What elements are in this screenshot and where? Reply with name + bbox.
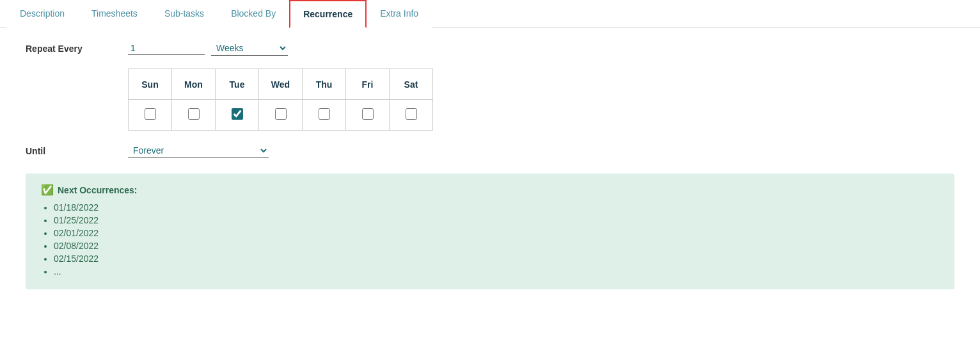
day-cell-fri (346, 100, 390, 131)
day-checkbox-row (129, 100, 433, 131)
day-header-mon: Mon (172, 69, 216, 100)
occurrence-item: 02/01/2022 (54, 228, 939, 238)
tab-subtasks[interactable]: Sub-tasks (151, 0, 217, 28)
day-cell-sun (129, 100, 172, 131)
tab-description[interactable]: Description (6, 0, 78, 28)
occurrence-item: 01/25/2022 (54, 215, 939, 225)
checkbox-thu[interactable] (319, 108, 330, 120)
tab-timesheets[interactable]: Timesheets (78, 0, 151, 28)
tab-recurrence[interactable]: Recurrence (289, 0, 367, 28)
repeat-every-input[interactable] (128, 42, 205, 55)
checkbox-wed[interactable] (275, 108, 287, 120)
day-cell-tue (216, 100, 259, 131)
day-picker-table: Sun Mon Tue Wed Thu Fri Sat (128, 69, 433, 131)
repeat-every-label: Repeat Every (26, 44, 128, 54)
occurrences-header-text: Next Occurrences: (58, 185, 138, 195)
day-cell-sat (390, 100, 433, 131)
check-circle-icon: ✅ (41, 184, 54, 196)
checkbox-sat[interactable] (406, 108, 417, 120)
occurrences-box: ✅ Next Occurrences: 01/18/2022 01/25/202… (26, 173, 954, 289)
tab-blocked-by[interactable]: Blocked By (217, 0, 289, 28)
checkbox-tue[interactable] (232, 108, 243, 120)
occurrences-list: 01/18/2022 01/25/2022 02/01/2022 02/08/2… (41, 202, 939, 277)
day-header-sat: Sat (390, 69, 433, 100)
recurrence-content: Repeat Every Days Weeks Months Years Sun… (0, 28, 980, 302)
until-row: Until Forever End Date Number of Repetit… (26, 143, 954, 158)
day-header-thu: Thu (303, 69, 346, 100)
day-header-sun: Sun (129, 69, 172, 100)
day-header-wed: Wed (259, 69, 303, 100)
day-cell-thu (303, 100, 346, 131)
day-header-fri: Fri (346, 69, 390, 100)
repeat-every-row: Repeat Every Days Weeks Months Years (26, 41, 954, 56)
day-header-tue: Tue (216, 69, 259, 100)
occurrence-item: 02/15/2022 (54, 254, 939, 264)
repeat-every-controls: Days Weeks Months Years (128, 41, 288, 56)
until-label: Until (26, 146, 128, 156)
day-cell-mon (172, 100, 216, 131)
day-cell-wed (259, 100, 303, 131)
checkbox-fri[interactable] (362, 108, 374, 120)
day-header-row: Sun Mon Tue Wed Thu Fri Sat (129, 69, 433, 100)
checkbox-mon[interactable] (188, 108, 200, 120)
occurrence-item: 02/08/2022 (54, 241, 939, 251)
tab-bar: Description Timesheets Sub-tasks Blocked… (0, 0, 980, 28)
repeat-period-select[interactable]: Days Weeks Months Years (211, 41, 288, 56)
occurrence-item-ellipsis: ... (54, 266, 939, 277)
occurrence-item: 01/18/2022 (54, 202, 939, 213)
until-select[interactable]: Forever End Date Number of Repetitions (128, 143, 269, 158)
checkbox-sun[interactable] (145, 108, 156, 120)
occurrences-header: ✅ Next Occurrences: (41, 184, 939, 196)
tab-extra-info[interactable]: Extra Info (367, 0, 432, 28)
